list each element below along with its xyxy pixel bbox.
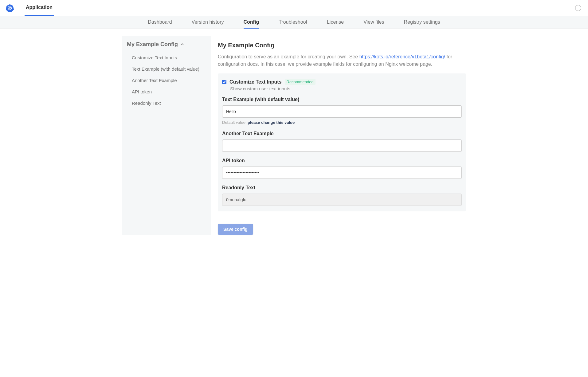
enable-checkbox[interactable] — [222, 80, 226, 84]
subnav-registry-settings[interactable]: Registry settings — [404, 16, 440, 29]
subnav-license[interactable]: License — [327, 16, 344, 29]
app-tab-application[interactable]: Application — [25, 0, 54, 16]
enable-label: Customize Text Inputs — [229, 79, 282, 85]
content-area: My Example Config Customize Text Inputs … — [0, 29, 588, 235]
topbar-right — [575, 5, 582, 11]
sidebar-link-text-example[interactable]: Text Example (with default value) — [127, 63, 206, 75]
config-sidebar: My Example Config Customize Text Inputs … — [122, 36, 211, 235]
sidebar-link-customize-text-inputs[interactable]: Customize Text Inputs — [127, 52, 206, 63]
sidebar-link-api-token[interactable]: API token — [127, 86, 206, 97]
field-text-example: Text Example (with default value) Defaul… — [222, 97, 462, 125]
subnav-troubleshoot[interactable]: Troubleshoot — [279, 16, 307, 29]
more-menu-button[interactable] — [575, 5, 581, 11]
another-text-example-input[interactable] — [222, 139, 462, 152]
subnav-version-history[interactable]: Version history — [192, 16, 224, 29]
enable-toggle-row: Customize Text Inputs Recommended — [222, 79, 462, 85]
field-readonly-text: Readonly Text — [222, 185, 462, 206]
field-label: Another Text Example — [222, 131, 462, 136]
docs-link[interactable]: https://kots.io/reference/v1beta1/config… — [359, 54, 445, 59]
ellipsis-icon — [577, 8, 577, 8]
config-main: My Example Config Configuration to serve… — [218, 36, 466, 235]
chevron-up-icon — [180, 42, 184, 47]
page-description: Configuration to serve as an example for… — [218, 53, 466, 68]
recommended-badge: Recommended — [285, 79, 316, 85]
default-value-hint: Default value: please change this value — [222, 120, 462, 125]
top-bar: Application — [0, 0, 588, 16]
readonly-text-input — [222, 194, 462, 206]
config-card: Customize Text Inputs Recommended Show c… — [218, 73, 466, 211]
sidebar-group-toggle[interactable]: My Example Config — [127, 41, 206, 48]
field-label: Readonly Text — [222, 185, 462, 190]
sub-nav: Dashboard Version history Config Trouble… — [0, 16, 588, 29]
sidebar-link-another-text-example[interactable]: Another Text Example — [127, 75, 206, 86]
content-inner: My Example Config Customize Text Inputs … — [122, 36, 466, 235]
field-another-text-example: Another Text Example — [222, 131, 462, 152]
field-api-token: API token — [222, 158, 462, 179]
subnav-config[interactable]: Config — [244, 16, 259, 29]
field-label: API token — [222, 158, 462, 163]
app-tab-label: Application — [26, 5, 53, 10]
field-label: Text Example (with default value) — [222, 97, 462, 102]
save-config-button[interactable]: Save config — [218, 224, 253, 235]
sidebar-link-readonly-text[interactable]: Readonly Text — [127, 97, 206, 109]
kubernetes-logo-icon — [6, 4, 14, 12]
sidebar-group-title: My Example Config — [127, 41, 178, 48]
page-title: My Example Config — [218, 42, 466, 49]
subnav-dashboard[interactable]: Dashboard — [148, 16, 172, 29]
text-example-input[interactable] — [222, 105, 462, 118]
subnav-view-files[interactable]: View files — [363, 16, 384, 29]
svg-point-9 — [10, 7, 10, 8]
enable-subtext: Show custom user text inputs — [230, 86, 462, 91]
api-token-input[interactable] — [222, 167, 462, 179]
